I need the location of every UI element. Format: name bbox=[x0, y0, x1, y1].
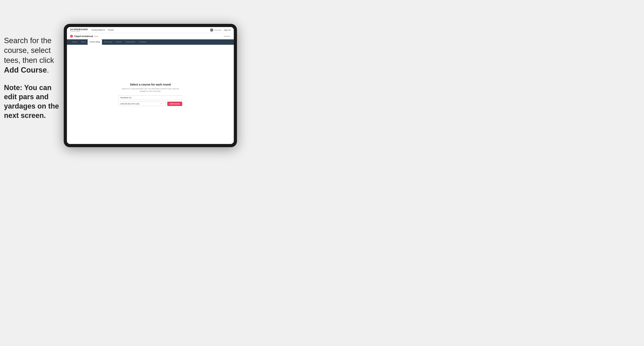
navbar-right: T Test User | Sign out bbox=[210, 28, 230, 32]
tab-teams[interactable]: Teams bbox=[79, 39, 88, 45]
annotation-search-text: Search for the course, select tees, then… bbox=[4, 36, 60, 75]
nav-links: TOURNAMENTS TEAMS bbox=[91, 29, 114, 31]
tee-select-wrapper[interactable]: Gold (M) (M) (7010 yds) ✕ ⌃ bbox=[118, 102, 166, 106]
nav-tournaments[interactable]: TOURNAMENTS bbox=[91, 29, 105, 31]
sign-out-link[interactable]: Sign out bbox=[224, 29, 230, 31]
tee-value: Gold (M) (M) (7010 yds) bbox=[120, 103, 140, 105]
tab-results[interactable]: Results bbox=[114, 39, 124, 45]
user-name: Test User bbox=[214, 29, 221, 31]
chevron-icon[interactable]: ⌃ bbox=[162, 103, 164, 105]
cancel-button[interactable]: Cancel ✕ bbox=[224, 35, 230, 37]
course-select-card: Select a course for each round Search fo… bbox=[118, 83, 182, 106]
user-avatar: T bbox=[210, 28, 213, 32]
annotation-area: Search for the course, select tees, then… bbox=[4, 36, 60, 120]
logo-sub: Powered by clippd bbox=[70, 31, 88, 32]
logo-area: SCOREBOARD Powered by clippd bbox=[70, 28, 88, 32]
tournament-name: Clippd Invitational bbox=[74, 35, 93, 37]
tournament-icon: C bbox=[70, 35, 73, 38]
annotation-bold: Add Course bbox=[4, 66, 47, 74]
card-heading: Select a course for each round bbox=[118, 83, 182, 86]
main-content: Select a course for each round Search fo… bbox=[67, 45, 234, 144]
tablet-frame: SCOREBOARD Powered by clippd TOURNAMENTS… bbox=[64, 24, 237, 147]
navbar-left: SCOREBOARD Powered by clippd TOURNAMENTS… bbox=[70, 28, 114, 32]
nav-separator: | bbox=[222, 29, 223, 31]
tab-course-setup[interactable]: Course Setup bbox=[88, 39, 102, 45]
annotation-note: Note: You can edit pars and yardages on … bbox=[4, 83, 60, 120]
tournament-badge: (Men) bbox=[94, 35, 98, 37]
tab-nav: Details Teams Course Setup Tee Groups Re… bbox=[67, 39, 234, 45]
clear-icon[interactable]: ✕ bbox=[160, 103, 162, 105]
add-course-button[interactable]: Add Course bbox=[167, 102, 182, 106]
tab-tee-groups[interactable]: Tee Groups bbox=[102, 39, 114, 45]
cancel-label: Cancel bbox=[224, 35, 229, 37]
nav-teams[interactable]: TEAMS bbox=[108, 29, 114, 31]
tee-select-controls: ✕ ⌃ bbox=[160, 103, 164, 105]
card-description: Search for a course and select a tee. Yo… bbox=[118, 88, 182, 92]
tournament-title: C Clippd Invitational (Men) bbox=[70, 35, 98, 38]
tee-select-row: Gold (M) (M) (7010 yds) ✕ ⌃ Add Course bbox=[118, 102, 182, 106]
course-search-input[interactable] bbox=[118, 95, 182, 100]
logo-main: SCOREBOARD bbox=[70, 28, 88, 31]
cancel-icon: ✕ bbox=[229, 35, 230, 37]
tab-leaderboards[interactable]: Leaderboards bbox=[124, 39, 137, 45]
navbar: SCOREBOARD Powered by clippd TOURNAMENTS… bbox=[67, 27, 234, 33]
tablet-screen: SCOREBOARD Powered by clippd TOURNAMENTS… bbox=[67, 27, 234, 144]
tab-details[interactable]: Details bbox=[70, 39, 79, 45]
tournament-header: C Clippd Invitational (Men) Cancel ✕ bbox=[67, 33, 234, 39]
tab-printables[interactable]: Printables bbox=[137, 39, 148, 45]
